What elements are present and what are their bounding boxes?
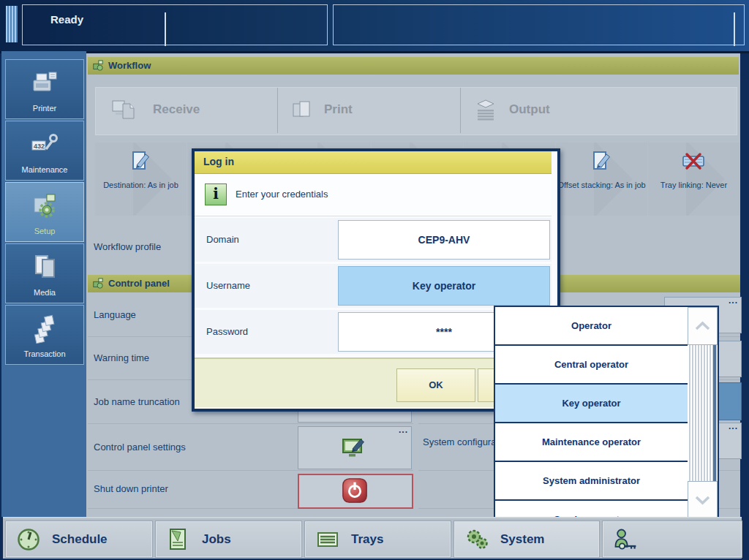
workflow-icon: [92, 60, 104, 72]
control-panel-settings-button[interactable]: ...: [298, 426, 412, 469]
nav-trays[interactable]: Trays: [305, 521, 451, 557]
tab-receive[interactable]: Receive: [153, 102, 200, 117]
nav-label: Schedule: [52, 532, 108, 547]
tray-linking-crossed-icon: [680, 148, 707, 175]
ok-button[interactable]: OK: [396, 368, 475, 402]
dropdown-item-central-operator[interactable]: Central operator: [495, 346, 688, 385]
login-dialog-title: Log in: [203, 156, 234, 167]
receive-icon: [110, 97, 137, 124]
user-key-icon: [612, 526, 639, 553]
username-label: Username: [206, 280, 250, 291]
status-panel-left: Ready: [22, 4, 328, 45]
top-status-bar: Ready: [0, 0, 749, 53]
tile-label: Offset stacking: As in job: [557, 181, 646, 190]
sidebar-item-maintenance[interactable]: 432 Maintenance: [5, 121, 84, 181]
edit-icon: [127, 148, 154, 175]
trays-icon: [315, 526, 341, 553]
status-panel-divider-2: [734, 12, 735, 46]
control-panel-section-title: Control panel: [108, 275, 170, 292]
nav-label: Jobs: [202, 532, 231, 547]
control-panel-settings-label: Control panel settings: [94, 442, 186, 453]
schedule-clock-icon: [15, 526, 42, 553]
nav-schedule[interactable]: Schedule: [6, 521, 152, 557]
username-row: Username Key operator: [195, 264, 552, 308]
nav-label: System: [500, 532, 544, 547]
dropdown-item-maintenance-operator[interactable]: Maintenance operator: [495, 423, 688, 462]
sidebar-label: Setup: [6, 227, 83, 235]
workflow-tabs: Receive Print Output: [95, 87, 737, 135]
warning-time-label: Warning time: [94, 352, 149, 363]
jobs-document-icon: [165, 526, 192, 553]
username-role-dropdown: Operator Central operator Key operator M…: [494, 306, 719, 521]
printer-status-text: Ready: [50, 13, 83, 26]
svg-text:432: 432: [34, 143, 45, 150]
sidebar-label: Media: [6, 288, 83, 297]
tile-destination[interactable]: Destination: As in job: [95, 143, 187, 216]
printer-control-screen: Ready Printer 432: [0, 0, 749, 560]
power-icon: [341, 477, 369, 504]
workflow-section-title: Workflow: [108, 57, 151, 75]
maintenance-icon: 432: [29, 129, 61, 161]
sidebar-label: Printer: [6, 104, 83, 113]
username-field[interactable]: Key operator: [338, 266, 550, 306]
workflow-section-header: Workflow: [88, 57, 739, 75]
chevron-down-icon: [688, 482, 717, 518]
login-dialog-titlebar: Log in: [195, 151, 552, 174]
control-panel-icon: [92, 278, 104, 290]
edit-icon: [588, 148, 614, 175]
output-icon: [473, 97, 500, 124]
status-panel-right: [333, 4, 745, 45]
printer-icon: [29, 67, 61, 99]
media-icon: [29, 251, 61, 284]
more-options-dots: ...: [399, 427, 408, 433]
tile-tray-linking[interactable]: Tray linking: Never: [648, 143, 739, 216]
more-options-dots: ...: [729, 423, 738, 429]
status-panel-divider: [165, 12, 166, 46]
sidebar-item-transaction[interactable]: Transaction: [5, 305, 84, 365]
sidebar-label: Transaction: [6, 349, 83, 358]
tile-label: Tray linking: Never: [650, 181, 738, 190]
shut-down-printer-button[interactable]: [298, 474, 413, 509]
sidebar-label: Maintenance: [6, 165, 83, 174]
tab-print[interactable]: Print: [324, 102, 353, 117]
tab-output[interactable]: Output: [509, 102, 550, 117]
dropdown-item-operator[interactable]: Operator: [495, 307, 688, 346]
setup-icon: [29, 190, 61, 222]
login-dialog-message: Enter your credentials: [236, 189, 328, 200]
sidebar: Printer 432 Maintenance Setup: [1, 51, 86, 517]
sidebar-item-printer[interactable]: Printer: [5, 59, 84, 119]
domain-label: Domain: [206, 234, 239, 245]
job-name-truncation-label: Job name truncation: [94, 396, 180, 407]
workflow-profile-label: Workflow profile: [94, 241, 161, 252]
tile-offset-stacking[interactable]: Offset stacking: As in job: [556, 143, 647, 216]
login-dialog-message-area: i Enter your credentials: [195, 174, 552, 216]
nav-label: Trays: [351, 532, 383, 547]
dropdown-scrollbar: [688, 307, 718, 519]
info-icon: i: [205, 183, 227, 205]
nav-login-user[interactable]: [603, 521, 742, 557]
bottom-navigation: Schedule Jobs Trays: [3, 517, 742, 559]
shut-down-printer-label: Shut down printer: [94, 483, 168, 494]
system-gears-icon: [464, 526, 490, 553]
nav-jobs[interactable]: Jobs: [156, 521, 301, 557]
scroll-up-button[interactable]: [688, 307, 718, 345]
domain-field[interactable]: CEP9-AHV: [338, 220, 550, 260]
more-options-dots: ...: [729, 298, 738, 303]
tile-label: Destination: As in job: [97, 181, 185, 190]
language-label: Language: [94, 309, 136, 320]
transaction-icon: [29, 313, 61, 345]
dropdown-item-key-operator[interactable]: Key operator: [495, 385, 688, 423]
chevron-up-icon: [688, 308, 717, 344]
print-icon: [290, 97, 316, 124]
sidebar-item-media[interactable]: Media: [5, 243, 84, 303]
password-label: Password: [206, 326, 248, 337]
domain-row: Domain CEP9-AHV: [195, 218, 552, 262]
sidebar-item-setup[interactable]: Setup: [5, 182, 84, 242]
scroll-down-button[interactable]: [688, 481, 718, 519]
grip-stripes-icon: [6, 6, 18, 42]
dropdown-item-system-administrator[interactable]: System administrator: [495, 462, 688, 501]
control-panel-settings-icon: [340, 434, 368, 462]
nav-system[interactable]: System: [454, 521, 599, 557]
